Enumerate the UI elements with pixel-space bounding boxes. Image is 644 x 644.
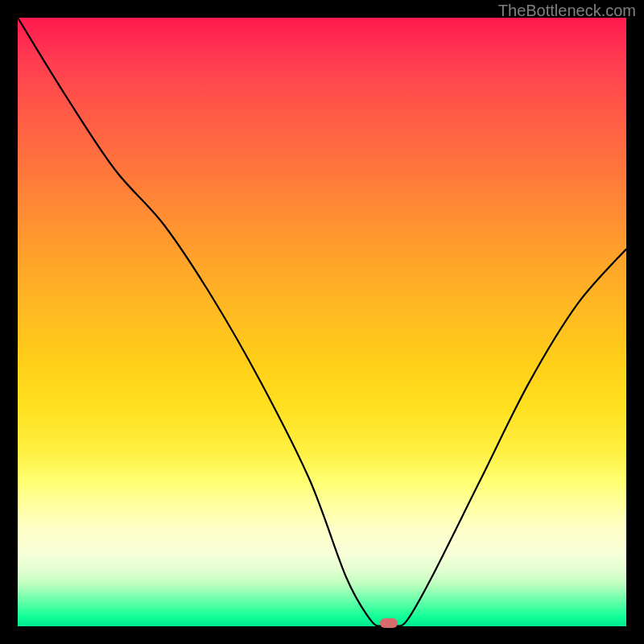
optimal-marker	[380, 618, 398, 628]
chart-svg	[18, 18, 626, 626]
watermark-text: TheBottleneck.com	[498, 2, 636, 20]
chart-plot-area	[18, 18, 626, 626]
bottleneck-curve-line	[18, 18, 626, 626]
